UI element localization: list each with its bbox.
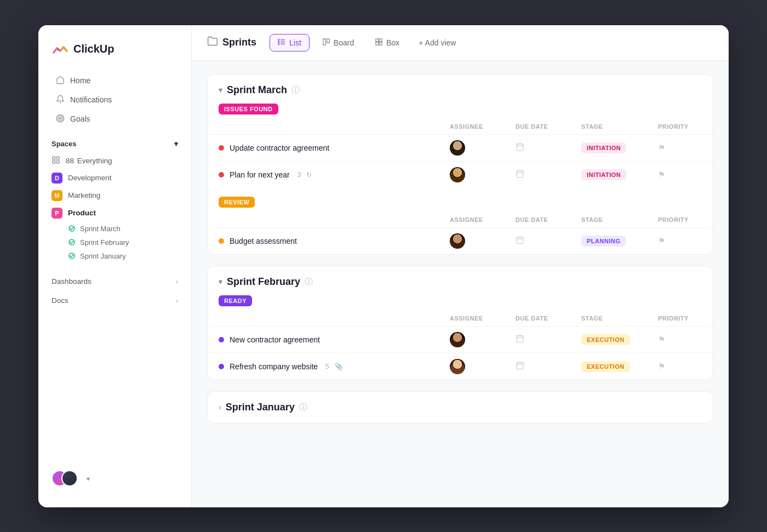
sprint-item-january[interactable]: Sprint January — [51, 249, 178, 263]
sprint-february-info-icon[interactable]: ⓘ — [305, 277, 313, 287]
priority-col-header2: PRIORITY — [658, 216, 702, 223]
docs-item[interactable]: Docs › — [51, 291, 178, 310]
task-row-update-contractor[interactable]: Update contractor agreement — [208, 134, 713, 161]
spaces-header[interactable]: Spaces ▾ — [51, 140, 178, 148]
task-dot-yellow — [219, 238, 224, 244]
task-name-update-contractor: Update contractor agreement — [219, 144, 450, 152]
dashboards-label: Dashboards — [51, 277, 91, 285]
sprint-item-february[interactable]: Sprint February — [51, 236, 178, 249]
dashboards-item[interactable]: Dashboards › — [51, 272, 178, 291]
avatar-group[interactable] — [51, 470, 80, 488]
tab-list[interactable]: List — [270, 34, 310, 52]
issues-found-section: ISSUES FOUND — [208, 104, 713, 119]
clickup-logo-icon — [51, 41, 69, 58]
calendar-icon3 — [516, 236, 524, 247]
avatar-person2 — [450, 167, 465, 182]
space-item-development[interactable]: D Development — [51, 169, 178, 187]
marketing-label: Marketing — [68, 191, 100, 199]
sprint-february-collapse-btn[interactable]: ▾ — [219, 277, 222, 286]
calendar-icon5 — [516, 361, 524, 372]
assignee-col-header2: ASSIGNEE — [450, 216, 516, 223]
subtask-icon: ↻ — [306, 171, 312, 179]
stage-cell5: EXECUTION — [581, 361, 658, 372]
task-row-plan-next-year[interactable]: Plan for next year 3 ↻ — [208, 161, 713, 188]
add-view-button[interactable]: + Add view — [412, 35, 462, 50]
stage-column-header: STAGE — [581, 123, 658, 130]
sprint-item-march[interactable]: Sprint March — [51, 222, 178, 236]
stage-badge-execution2: EXECUTION — [581, 361, 630, 372]
app-window: ClickUp Home Notifications — [38, 25, 729, 507]
sprint-march-icon — [68, 225, 76, 232]
svg-rect-6 — [56, 161, 59, 163]
review-badge: REVIEW — [219, 197, 255, 208]
docs-label: Docs — [51, 296, 68, 305]
space-item-product[interactable]: P Product — [51, 204, 178, 222]
goals-label: Goals — [70, 115, 90, 123]
stage-badge-planning: PLANNING — [581, 236, 626, 247]
sprint-march-group: ▾ Sprint March ⓘ ISSUES FOUND ASSIGNEE D… — [207, 74, 713, 255]
priority-cell2: ⚑ — [658, 170, 702, 180]
task-name-refresh-website: Refresh company website 5 📎 — [219, 362, 450, 371]
sprint-january-icon — [68, 252, 76, 260]
flag-icon: ⚑ — [658, 143, 665, 153]
topbar: Sprints List — [192, 25, 729, 61]
priority-cell3: ⚑ — [658, 236, 702, 246]
task-dot-purple2 — [219, 364, 224, 369]
stage-cell3: PLANNING — [581, 236, 658, 247]
sprint-january-info-icon[interactable]: ⓘ — [299, 402, 307, 413]
nav-item-notifications[interactable]: Notifications — [43, 90, 187, 110]
flag-icon5: ⚑ — [658, 362, 665, 371]
task-row-budget[interactable]: Budget assessment P — [208, 227, 713, 254]
space-item-everything[interactable]: 88 Everything — [51, 152, 178, 169]
stage-cell: INITIATION — [581, 142, 658, 153]
tab-board[interactable]: Board — [314, 34, 362, 52]
task-name-budget: Budget assessment — [219, 237, 450, 245]
sprint-march-title: Sprint March — [227, 84, 287, 96]
stage-badge-initiation: INITIATION — [581, 142, 626, 153]
everything-grid-icon — [51, 156, 60, 166]
task-dot-red — [219, 145, 224, 151]
nav-item-home[interactable]: Home — [43, 71, 187, 90]
ready-table-header: ASSIGNEE DUE DATE STAGE PRIORITY — [208, 311, 713, 326]
tab-box[interactable]: Box — [367, 34, 408, 52]
box-tab-label: Box — [386, 38, 399, 47]
sprint-march-collapse-btn[interactable]: ▾ — [219, 85, 222, 94]
svg-rect-20 — [376, 42, 379, 45]
assignee-cell5 — [450, 359, 516, 374]
flag-icon4: ⚑ — [658, 335, 665, 345]
date-cell2 — [516, 169, 581, 180]
svg-rect-26 — [517, 170, 523, 177]
user-menu-chevron-icon[interactable]: ▾ — [87, 475, 90, 483]
product-label: Product — [68, 209, 96, 217]
space-item-marketing[interactable]: M Marketing — [51, 187, 178, 204]
calendar-icon4 — [516, 334, 524, 345]
svg-rect-21 — [379, 42, 382, 45]
sprint-march-info-icon[interactable]: ⓘ — [291, 85, 300, 95]
sprint-january-expand-btn[interactable]: › — [219, 403, 221, 411]
sprint-march-label: Sprint March — [80, 225, 121, 233]
svg-point-2 — [60, 117, 61, 119]
marketing-badge: M — [51, 190, 62, 201]
sprint-january-label: Sprint January — [80, 252, 126, 260]
stage-cell4: EXECUTION — [581, 334, 658, 345]
priority-column-header: PRIORITY — [658, 123, 702, 130]
assignee-cell — [450, 140, 516, 156]
task-row-new-contractor[interactable]: New contractor agreement — [208, 326, 713, 353]
task-row-refresh-website[interactable]: Refresh company website 5 📎 — [208, 353, 713, 380]
home-label: Home — [70, 76, 90, 85]
date-cell4 — [516, 334, 581, 345]
due-date-col-header3: DUE DATE — [516, 315, 581, 322]
svg-rect-17 — [327, 38, 329, 43]
sidebar: ClickUp Home Notifications — [38, 25, 192, 507]
task-name-plan-next-year: Plan for next year 3 ↻ — [219, 170, 450, 179]
svg-point-1 — [58, 116, 62, 121]
ready-badge: READY — [219, 295, 252, 306]
avatar-user2 — [61, 470, 78, 487]
list-tab-icon — [278, 38, 286, 48]
board-tab-icon — [322, 38, 330, 48]
assignee-col-header3: ASSIGNEE — [450, 315, 516, 322]
nav-item-goals[interactable]: Goals — [43, 110, 187, 129]
stage-cell2: INITIATION — [581, 169, 658, 180]
review-table-header: ASSIGNEE DUE DATE STAGE PRIORITY — [208, 212, 713, 227]
sprint-march-header: ▾ Sprint March ⓘ — [208, 75, 713, 104]
